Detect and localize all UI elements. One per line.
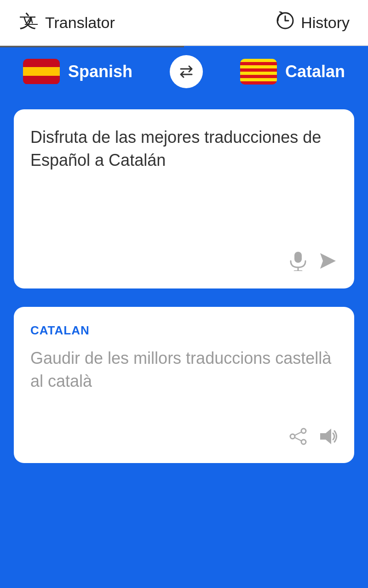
source-language-name: Spanish xyxy=(68,62,132,81)
translator-label: Translator xyxy=(45,14,115,32)
input-actions xyxy=(30,251,338,276)
share-icon[interactable] xyxy=(289,427,307,450)
target-language-selector[interactable]: Catalan xyxy=(240,59,345,85)
main-content: Disfruta de las mejores traducciones de … xyxy=(0,96,368,588)
svg-point-9 xyxy=(301,440,306,444)
svg-marker-13 xyxy=(320,429,331,444)
send-button[interactable] xyxy=(318,251,338,275)
target-language-name: Catalan xyxy=(285,62,345,81)
source-language-selector[interactable]: Spanish xyxy=(23,59,132,85)
translate-icon: 文 A xyxy=(18,11,39,35)
history-label: History xyxy=(301,14,350,32)
svg-line-12 xyxy=(294,432,302,435)
history-icon xyxy=(276,11,294,34)
input-card: Disfruta de las mejores traducciones de … xyxy=(14,109,354,288)
swap-languages-button[interactable] xyxy=(170,55,203,88)
translated-text: Gaudir de les millors traduccions castel… xyxy=(30,347,338,393)
spanish-flag xyxy=(23,59,60,85)
speaker-icon[interactable] xyxy=(318,427,338,450)
output-actions xyxy=(30,427,338,450)
microphone-icon[interactable] xyxy=(289,251,307,276)
output-card: CATALAN Gaudir de les millors traduccion… xyxy=(14,307,354,463)
svg-rect-4 xyxy=(294,252,302,263)
output-language-label: CATALAN xyxy=(30,323,338,338)
translator-nav[interactable]: 文 A Translator xyxy=(18,11,115,35)
history-nav[interactable]: History xyxy=(276,11,350,34)
app-header: 文 A Translator History xyxy=(0,0,368,46)
language-bar: Spanish Catalan xyxy=(0,47,368,96)
svg-point-10 xyxy=(290,434,295,439)
svg-marker-7 xyxy=(320,253,336,269)
source-text-input[interactable]: Disfruta de las mejores traducciones de … xyxy=(30,126,338,242)
svg-line-11 xyxy=(294,437,302,441)
svg-point-8 xyxy=(301,429,306,433)
catalan-flag xyxy=(240,59,277,85)
